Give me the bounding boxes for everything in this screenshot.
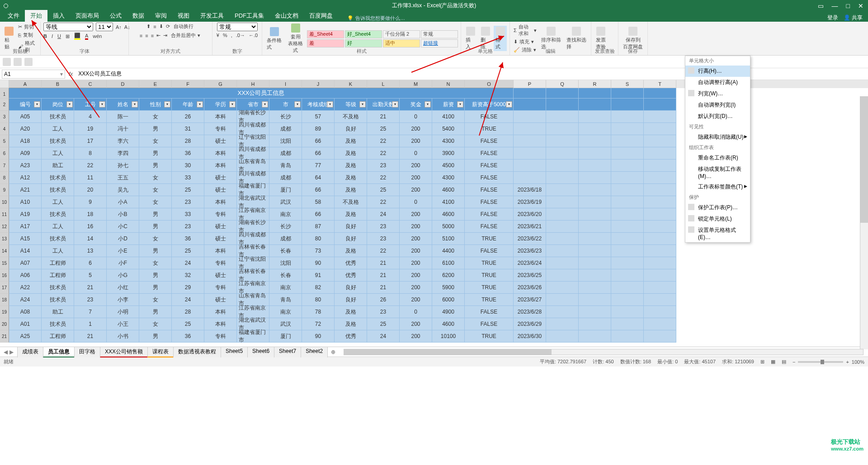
data-cell[interactable]: 4100: [432, 111, 465, 123]
row-header[interactable]: 4: [0, 123, 9, 135]
invoice-button[interactable]: 发票 查验: [594, 26, 608, 51]
baidu-save-button[interactable]: 保存到 百度网盘: [621, 26, 645, 51]
data-cell[interactable]: 本科: [204, 111, 237, 123]
data-cell[interactable]: 10100: [432, 330, 465, 343]
sheet-tab[interactable]: Sheet5: [221, 347, 248, 357]
data-cell[interactable]: 本科: [204, 306, 237, 318]
filter-button[interactable]: ▾: [294, 101, 301, 108]
data-cell[interactable]: 及格: [335, 245, 367, 257]
data-cell[interactable]: 2023/6/29: [514, 318, 546, 330]
zoom-level[interactable]: 100%: [852, 359, 864, 365]
share-button[interactable]: 👤 共享: [844, 14, 863, 22]
sheet-nav-next[interactable]: ▶: [9, 349, 14, 355]
data-cell[interactable]: 23: [74, 294, 107, 306]
data-cell[interactable]: 66: [302, 147, 335, 160]
row-header[interactable]: 6: [0, 147, 9, 160]
data-cell[interactable]: 28: [172, 306, 204, 318]
data-cell[interactable]: FALSE: [465, 221, 514, 233]
data-cell[interactable]: 58: [302, 196, 335, 208]
data-cell[interactable]: FALSE: [465, 306, 514, 318]
data-cell[interactable]: FALSE: [465, 147, 514, 160]
menu-tab-10[interactable]: 金山文档: [269, 10, 304, 22]
data-cell[interactable]: 2023/6/27: [514, 294, 546, 306]
col-header-R[interactable]: R: [579, 80, 611, 88]
data-cell[interactable]: 技术员: [42, 318, 74, 330]
data-cell[interactable]: 4400: [432, 245, 465, 257]
tab-color-item[interactable]: 工作表标签颜色(T)▶: [685, 181, 750, 193]
data-cell[interactable]: 200: [400, 282, 432, 294]
row-header[interactable]: 20: [0, 318, 9, 330]
border-button[interactable]: ⊞: [66, 33, 70, 39]
horizontal-scrollbar[interactable]: [344, 349, 863, 355]
filter-button[interactable]: ▾: [99, 101, 105, 108]
zoom-in-button[interactable]: +: [846, 359, 849, 365]
zoom-slider[interactable]: [798, 361, 843, 363]
data-cell[interactable]: 良好: [335, 123, 367, 135]
qat-icon-1[interactable]: [3, 58, 11, 66]
data-cell[interactable]: 13: [74, 245, 107, 257]
header-cell[interactable]: 市▾: [269, 99, 302, 111]
data-cell[interactable]: 24: [367, 330, 400, 343]
data-cell[interactable]: 5: [74, 269, 107, 282]
row-header-2[interactable]: 2: [0, 99, 9, 111]
data-cell[interactable]: 89: [302, 123, 335, 135]
indent-inc-icon[interactable]: ⇥: [163, 33, 167, 38]
data-cell[interactable]: 21: [367, 257, 400, 269]
data-cell[interactable]: 33: [172, 172, 204, 184]
data-cell[interactable]: FALSE: [465, 245, 514, 257]
data-cell[interactable]: 19: [74, 123, 107, 135]
col-header-E[interactable]: E: [139, 80, 172, 88]
data-cell[interactable]: 4300: [432, 172, 465, 184]
data-cell[interactable]: 6100: [432, 257, 465, 269]
data-cell[interactable]: 及格: [335, 184, 367, 196]
phonetic-button[interactable]: wén: [93, 33, 102, 39]
header-cell[interactable]: 姓名▾: [107, 99, 139, 111]
style-cell-1[interactable]: 好_Sheet4: [345, 30, 382, 38]
filter-button[interactable]: ▾: [34, 101, 40, 108]
data-cell[interactable]: 200: [400, 233, 432, 245]
data-cell[interactable]: 及格: [335, 160, 367, 172]
data-cell[interactable]: 20: [74, 184, 107, 196]
data-cell[interactable]: 女: [139, 196, 172, 208]
col-header-O[interactable]: O: [465, 80, 514, 88]
data-cell[interactable]: A18: [9, 135, 42, 147]
row-height-item[interactable]: 行高(H)…: [685, 66, 750, 77]
data-cell[interactable]: 男: [139, 208, 172, 221]
col-header-M[interactable]: M: [400, 80, 432, 88]
data-cell[interactable]: 25: [367, 184, 400, 196]
data-cell[interactable]: 2023/6/23: [514, 245, 546, 257]
style-cell-6[interactable]: 适中: [383, 39, 420, 47]
data-cell[interactable]: 女: [139, 135, 172, 147]
data-cell[interactable]: 专科: [204, 123, 237, 135]
data-cell[interactable]: 200: [400, 135, 432, 147]
data-cell[interactable]: 沈阳: [269, 135, 302, 147]
data-cell[interactable]: TRUE: [465, 257, 514, 269]
data-cell[interactable]: 优秀: [335, 257, 367, 269]
data-cell[interactable]: 男: [139, 269, 172, 282]
data-cell[interactable]: FALSE: [465, 135, 514, 147]
data-cell[interactable]: 男: [139, 160, 172, 172]
data-cell[interactable]: 6000: [432, 294, 465, 306]
data-cell[interactable]: A24: [9, 294, 42, 306]
data-cell[interactable]: 23: [172, 221, 204, 233]
data-cell[interactable]: 工程师: [42, 257, 74, 269]
data-cell[interactable]: 及格: [335, 306, 367, 318]
col-header-Q[interactable]: Q: [546, 80, 579, 88]
data-cell[interactable]: 成都: [269, 233, 302, 245]
fill-color-button[interactable]: ⬛: [74, 33, 80, 40]
data-cell[interactable]: [514, 147, 546, 160]
data-cell[interactable]: 男: [139, 221, 172, 233]
data-cell[interactable]: 工人: [42, 196, 74, 208]
row-header[interactable]: 16: [0, 269, 9, 282]
default-width-item[interactable]: 默认列宽(D)…: [685, 111, 750, 122]
data-cell[interactable]: 24: [367, 208, 400, 221]
filter-button[interactable]: ▾: [66, 101, 73, 108]
data-cell[interactable]: FALSE: [465, 196, 514, 208]
data-cell[interactable]: 小红: [107, 282, 139, 294]
header-cell[interactable]: 薪资▾: [432, 99, 465, 111]
data-cell[interactable]: 小李: [107, 294, 139, 306]
data-cell[interactable]: FALSE: [465, 160, 514, 172]
data-cell[interactable]: TRUE: [465, 233, 514, 245]
align-top-icon[interactable]: ⬆: [146, 23, 151, 29]
col-header-J[interactable]: J: [302, 80, 335, 88]
